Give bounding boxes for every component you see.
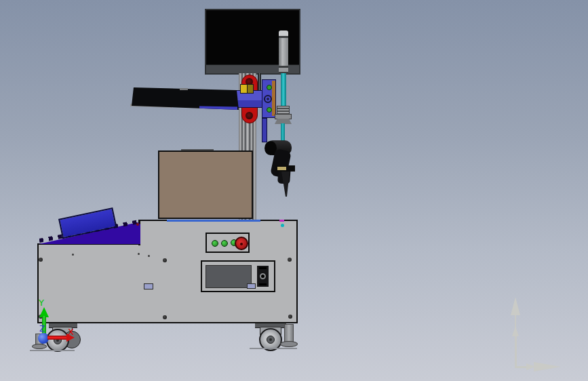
x-axis-label: X — [68, 327, 74, 336]
tool-band — [275, 165, 295, 172]
panel-screw — [288, 258, 292, 262]
clamp-block-right — [247, 85, 254, 93]
handle-slot — [144, 283, 153, 289]
spring-balancer[interactable] — [279, 38, 288, 66]
coupler-flange — [275, 114, 292, 119]
ramp-end-screw — [136, 223, 139, 226]
panel-speck — [148, 255, 150, 257]
leveling-foot-right[interactable] — [284, 324, 294, 342]
ghost-right-arrow-large-icon — [534, 362, 561, 372]
foot-base-right — [280, 341, 298, 347]
plate-screw-top — [267, 85, 272, 90]
ghost-axis-vshaft — [515, 336, 517, 367]
ghost-up-arrow-small-icon — [512, 326, 519, 336]
panel-speck — [72, 254, 74, 256]
connector-socket[interactable] — [257, 266, 269, 287]
emergency-stop-button[interactable] — [235, 237, 248, 250]
tray-blue-edge — [199, 106, 237, 111]
balancer-cap — [279, 31, 288, 36]
worktop-teal-dot — [281, 224, 284, 227]
panel-screw — [288, 315, 292, 319]
panel-speck — [138, 253, 140, 255]
machine-left-deck[interactable] — [37, 243, 140, 323]
clamp-bolt-bottom — [246, 112, 253, 119]
mounting-plate[interactable] — [262, 79, 276, 118]
balancer-cable-upper — [281, 73, 286, 107]
worktop-edge-line — [167, 220, 260, 222]
ground-line-left — [30, 350, 75, 351]
foot-base-left — [32, 344, 47, 349]
plate-knob — [264, 95, 272, 103]
monitor-cables — [258, 73, 261, 92]
handheld-tool[interactable] — [263, 138, 298, 200]
socket-ring — [260, 273, 266, 279]
worktop-magenta-mark — [279, 220, 284, 222]
x-axis-shaft[interactable] — [47, 336, 66, 340]
green-button-1[interactable] — [212, 240, 218, 247]
display-screen[interactable] — [205, 265, 252, 288]
tool-bit-tip — [281, 172, 290, 197]
cad-viewport[interactable]: Y Z X — [0, 0, 588, 381]
cardboard-box[interactable] — [158, 151, 253, 219]
green-button-2[interactable] — [221, 240, 228, 247]
plate-screw-bottom — [267, 107, 272, 113]
estop-center-dot — [240, 243, 243, 245]
tool-band-label — [277, 167, 286, 170]
plate-spacer-strip — [272, 81, 275, 116]
ghost-up-arrow-large-icon — [511, 297, 520, 315]
tray-surface-mark — [180, 88, 188, 90]
y-axis-label: Y — [39, 298, 44, 307]
socket-notch-bottom — [259, 283, 267, 285]
panel-screw — [39, 258, 43, 262]
socket-notch-top — [259, 267, 267, 269]
wheel-bolt-right — [269, 338, 272, 341]
control-panel[interactable] — [205, 233, 250, 253]
arm-clamp-blocks[interactable] — [240, 84, 254, 94]
display-recess-panel[interactable] — [201, 260, 275, 292]
clamp-block-left — [241, 85, 247, 93]
panel-screw — [163, 258, 167, 262]
label-chip — [247, 283, 256, 289]
ground-line-right — [250, 348, 297, 349]
z-axis-label: Z — [39, 325, 45, 334]
panel-screw — [163, 315, 167, 319]
